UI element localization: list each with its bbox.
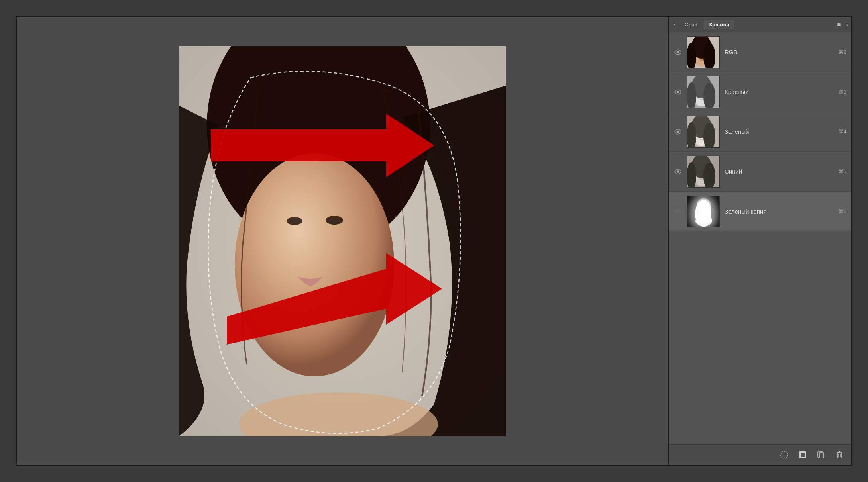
- panel-header: × Слои Каналы ≡ «: [669, 17, 851, 32]
- channels-panel: × Слои Каналы ≡ «: [668, 17, 851, 465]
- svg-rect-40: [687, 196, 720, 227]
- svg-marker-9: [211, 114, 434, 177]
- load-selection-button[interactable]: [779, 449, 790, 460]
- eye-icon-rgb[interactable]: [674, 48, 682, 57]
- svg-point-43: [781, 451, 788, 458]
- svg-point-32: [677, 170, 679, 173]
- channel-row-rgb[interactable]: RGB ⌘2: [669, 32, 851, 72]
- svg-point-18: [677, 91, 679, 93]
- channel-shortcut-blue: ⌘5: [839, 169, 846, 174]
- svg-point-11: [677, 51, 679, 53]
- channel-row-red[interactable]: Красный ⌘3: [669, 72, 851, 112]
- channel-shortcut-red: ⌘3: [839, 89, 846, 95]
- svg-rect-45: [801, 453, 805, 457]
- panel-tabs: Слои Каналы: [679, 20, 734, 29]
- tab-channels[interactable]: Каналы: [704, 20, 735, 29]
- svg-point-42: [697, 198, 711, 211]
- svg-point-25: [677, 131, 679, 133]
- arrow-lower: [227, 253, 442, 345]
- channel-shortcut-green-copy: ⌘6: [839, 208, 846, 214]
- eye-icon-green[interactable]: [674, 127, 682, 136]
- canvas-wrapper: [179, 46, 506, 436]
- panel-header-left: × Слои Каналы: [672, 20, 734, 29]
- panel-menu-icon[interactable]: ≡: [837, 21, 841, 28]
- channel-name-rgb: RGB: [725, 49, 834, 55]
- svg-point-31: [700, 139, 703, 140]
- save-channel-button[interactable]: [797, 449, 808, 460]
- eye-icon-green-copy[interactable]: [674, 207, 682, 216]
- arrow-upper: [211, 114, 434, 177]
- channel-thumb-blue: [687, 156, 720, 188]
- collapse-button[interactable]: «: [845, 22, 848, 27]
- svg-point-39: [677, 210, 679, 213]
- channel-name-red: Красный: [725, 88, 834, 95]
- channel-shortcut-green: ⌘4: [839, 129, 846, 135]
- eye-icon-blue[interactable]: [674, 167, 682, 176]
- channel-row-green[interactable]: Зеленый ⌘4: [669, 112, 851, 152]
- new-channel-button[interactable]: [815, 449, 827, 460]
- channels-list: RGB ⌘2: [669, 32, 851, 444]
- svg-marker-10: [227, 253, 442, 345]
- svg-point-17: [699, 59, 703, 61]
- eye-icon-red[interactable]: [674, 88, 682, 96]
- tab-layers[interactable]: Слои: [679, 20, 703, 29]
- canvas-area: [17, 17, 668, 465]
- delete-channel-button[interactable]: [834, 449, 845, 460]
- svg-point-24: [700, 99, 703, 100]
- panel-footer: [669, 444, 851, 465]
- channel-thumb-red: [687, 76, 720, 108]
- channel-shortcut-rgb: ⌘2: [839, 49, 846, 55]
- svg-rect-47: [819, 453, 824, 458]
- channel-name-blue: Синий: [725, 168, 834, 175]
- channel-row-green-copy[interactable]: Зеленый копия ⌘6: [669, 192, 851, 231]
- arrows-overlay: [179, 46, 506, 436]
- channel-thumb-green: [687, 116, 720, 148]
- close-button[interactable]: ×: [672, 22, 678, 27]
- svg-rect-50: [837, 453, 841, 458]
- app-window: × Слои Каналы ≡ «: [16, 16, 852, 466]
- channel-thumb-mask: [687, 196, 720, 227]
- channel-name-green: Зеленый: [725, 128, 834, 135]
- channel-thumb-rgb: [687, 36, 720, 68]
- channel-row-blue[interactable]: Синий ⌘5: [669, 152, 851, 192]
- svg-point-38: [700, 178, 703, 180]
- channel-name-green-copy: Зеленый копия: [725, 208, 834, 215]
